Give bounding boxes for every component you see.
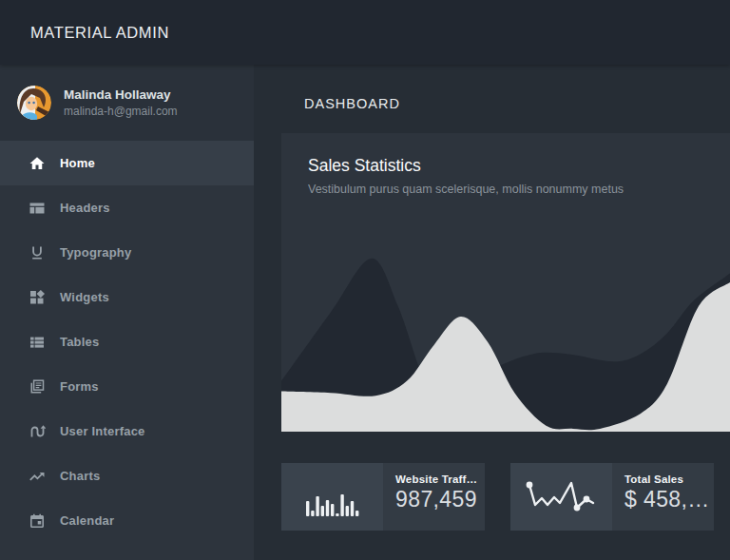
line-chart-icon (510, 463, 612, 531)
sidebar-item-tables[interactable]: Tables (0, 319, 254, 364)
photo-icon (29, 557, 46, 560)
sidebar-item-forms[interactable]: Forms (0, 364, 254, 409)
home-icon (29, 155, 46, 172)
sidebar-item-photo-gallery[interactable]: Photo Gallery (0, 543, 254, 560)
sidebar-item-charts[interactable]: Charts (0, 454, 254, 498)
underline-icon (29, 244, 46, 261)
app-title: MATERIAL ADMIN (30, 24, 169, 42)
layout-icon (29, 200, 46, 217)
sidebar-item-widgets[interactable]: Widgets (0, 275, 254, 319)
avatar (17, 86, 51, 120)
user-name: Malinda Hollaway (64, 87, 178, 102)
calendar-icon (29, 512, 46, 530)
card-subtitle: Vestibulum purus quam scelerisque, molli… (308, 183, 624, 196)
card-title: Sales Statistics (308, 156, 624, 176)
trending-up-icon (29, 468, 46, 485)
stats-row: Website Traff… 987,459 Total Sales $ 458… (281, 463, 730, 531)
bar-chart-icon (281, 463, 383, 531)
page-title: DASHBOARD (304, 96, 730, 112)
app-window: MATERIAL ADMIN (0, 0, 730, 560)
sidebar-item-home[interactable]: Home (0, 141, 254, 185)
sidebar: Malinda Hollaway malinda-h@gmail.com Hom… (0, 65, 254, 560)
main-content: DASHBOARD Sales Statistics Vestibulum pu… (254, 65, 730, 560)
swap-icon (29, 423, 46, 440)
user-profile[interactable]: Malinda Hollaway malinda-h@gmail.com (0, 65, 254, 141)
sidebar-nav: Home Headers Typography Widgets Tables F… (0, 141, 254, 560)
widgets-icon (29, 289, 46, 306)
forms-icon (29, 378, 46, 396)
sidebar-item-headers[interactable]: Headers (0, 185, 254, 230)
stat-card-website-traff[interactable]: Website Traff… 987,459 (281, 463, 485, 531)
sidebar-item-user-interface[interactable]: User Interface (0, 409, 254, 454)
user-email: malinda-h@gmail.com (64, 105, 178, 118)
sales-statistics-card: Sales Statistics Vestibulum purus quam s… (281, 133, 730, 432)
sidebar-item-typography[interactable]: Typography (0, 230, 254, 275)
stat-card-total-sales[interactable]: Total Sales $ 458,… (510, 463, 714, 531)
table-icon (29, 334, 46, 351)
sidebar-item-calendar[interactable]: Calendar (0, 498, 254, 543)
app-header: MATERIAL ADMIN (0, 0, 730, 65)
